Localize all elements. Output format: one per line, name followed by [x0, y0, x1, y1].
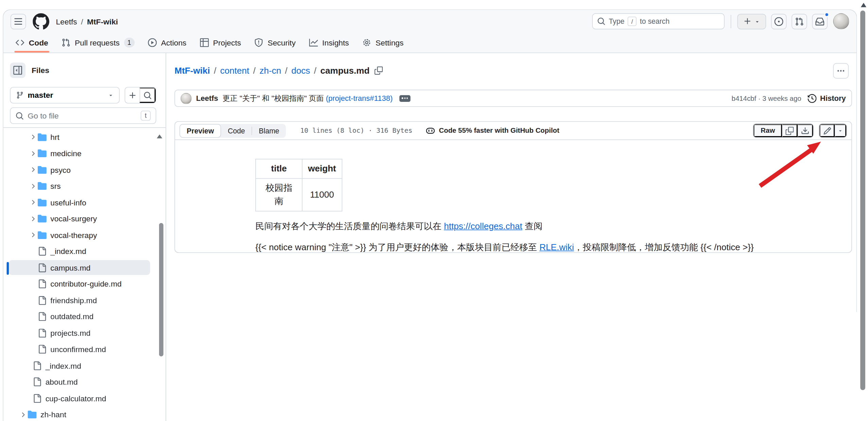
breadcrumb-repo-link[interactable]: MtF-wiki: [174, 66, 210, 75]
chevron-right-icon[interactable]: [28, 231, 38, 238]
file-icon: [38, 312, 47, 321]
breadcrumb-dir-link[interactable]: zh-cn: [259, 66, 281, 75]
colleges-chat-link[interactable]: https://colleges.chat: [444, 221, 522, 231]
commit-pr-link[interactable]: (project-trans#1138): [326, 94, 393, 102]
window-scrollbar[interactable]: [858, 0, 868, 421]
breadcrumb-separator: /: [210, 66, 220, 75]
copy-icon: [785, 126, 794, 134]
commit-message[interactable]: 更正 "关于" 和 "校园指南" 页面 (project-trans#1138): [223, 93, 393, 103]
tree-item-psyco[interactable]: psyco: [3, 162, 166, 179]
raw-button[interactable]: Raw: [753, 124, 782, 137]
chevron-right-icon[interactable]: [28, 166, 38, 173]
sidebar-scroll-up-arrow[interactable]: [157, 134, 162, 138]
tree-item-outdated.md[interactable]: outdated.md: [3, 309, 166, 325]
new-file-button[interactable]: [125, 88, 139, 103]
tab-label: Insights: [322, 38, 349, 47]
edit-dropdown-button[interactable]: [835, 124, 846, 137]
chevron-right-icon[interactable]: [18, 411, 28, 418]
tree-item-hrt[interactable]: hrt: [3, 129, 166, 146]
hamburger-menu-button[interactable]: [11, 14, 26, 29]
search-icon: [597, 17, 605, 25]
download-button[interactable]: [798, 124, 813, 137]
commit-message-text: 更正 "关于" 和 "校园指南" 页面: [223, 94, 326, 102]
tree-item-_index.md[interactable]: _index.md: [3, 244, 166, 260]
breadcrumb-dir-link[interactable]: content: [220, 66, 249, 75]
tab-preview[interactable]: Preview: [179, 124, 221, 138]
tree-item-unconfirmed.md[interactable]: unconfirmed.md: [3, 342, 166, 358]
tree-item-medicine[interactable]: medicine: [3, 146, 166, 162]
pull-requests-button[interactable]: [792, 14, 807, 29]
branch-selector[interactable]: master: [10, 87, 120, 104]
tree-item-campus.md[interactable]: campus.md: [3, 260, 166, 276]
file-icon: [38, 247, 47, 256]
tree-item-cup-calculator.md[interactable]: cup-calculator.md: [3, 391, 166, 407]
folder-icon: [38, 214, 47, 223]
tree-item-label: contributor-guide.md: [50, 279, 121, 288]
tab-blame[interactable]: Blame: [252, 124, 286, 138]
tree-item-label: outdated.md: [50, 312, 93, 321]
breadcrumb-dir-link[interactable]: docs: [291, 66, 310, 75]
file-toolbar: Preview Code Blame 10 lines (8 loc) · 31…: [175, 122, 851, 140]
scrollbar-thumb[interactable]: [860, 11, 865, 390]
tree-item-useful-info[interactable]: useful-info: [3, 195, 166, 211]
tab-actions[interactable]: Actions: [142, 33, 192, 53]
chevron-right-icon[interactable]: [28, 150, 38, 157]
tab-insights[interactable]: Insights: [303, 33, 354, 53]
copilot-promo[interactable]: Code 55% faster with GitHub Copilot: [426, 126, 559, 135]
github-logo-icon[interactable]: [33, 13, 49, 30]
hamburger-icon: [14, 17, 23, 26]
tree-item-label: zh-hant: [40, 410, 66, 419]
copy-raw-button[interactable]: [782, 124, 798, 137]
more-options-button[interactable]: [833, 63, 849, 78]
commit-author-avatar[interactable]: [180, 93, 192, 104]
go-to-file-placeholder: Go to file: [28, 111, 137, 120]
context-owner-link[interactable]: Leetfs: [56, 17, 77, 26]
collapse-sidebar-button[interactable]: [10, 62, 25, 78]
chevron-right-icon[interactable]: [28, 215, 38, 222]
paragraph-text: 查阅: [522, 221, 542, 231]
tree-item-friendship.md[interactable]: friendship.md: [3, 293, 166, 309]
edit-file-button[interactable]: [819, 124, 835, 137]
tab-settings[interactable]: Settings: [357, 33, 409, 53]
tree-item-contributor-guide.md[interactable]: contributor-guide.md: [3, 276, 166, 293]
issues-button[interactable]: [771, 14, 787, 29]
commit-author[interactable]: Leetfs: [196, 94, 218, 102]
tab-code[interactable]: Code: [221, 124, 252, 138]
tab-pull-requests[interactable]: Pull requests1: [56, 33, 140, 53]
tree-item-about.md[interactable]: about.md: [3, 374, 166, 391]
copy-path-button[interactable]: [375, 67, 383, 75]
global-search-input[interactable]: Type / to search: [592, 13, 725, 29]
tree-item-_index.md[interactable]: _index.md: [3, 358, 166, 374]
file-icon: [38, 296, 47, 305]
tree-item-zh-hant[interactable]: zh-hant: [3, 407, 166, 421]
tree-item-vocal-surgery[interactable]: vocal-surgery: [3, 211, 166, 227]
copy-icon: [375, 67, 383, 75]
breadcrumb-separator: /: [249, 66, 259, 75]
tab-projects[interactable]: Projects: [194, 33, 246, 53]
sidebar-collapse-icon: [13, 66, 22, 75]
commit-details-ellipsis-button[interactable]: [399, 95, 411, 102]
tab-code[interactable]: Code: [10, 33, 54, 53]
pencil-icon: [823, 126, 831, 134]
search-tree-button[interactable]: [140, 88, 156, 103]
user-avatar[interactable]: [833, 13, 849, 29]
chevron-right-icon[interactable]: [28, 182, 38, 189]
breadcrumb-current-file: campus.md: [320, 66, 369, 75]
scrollbar-up-arrow-icon[interactable]: [861, 3, 866, 7]
tree-item-srs[interactable]: srs: [3, 179, 166, 195]
global-header: Leetfs / MtF-wiki Type / to search: [3, 10, 856, 33]
rle-wiki-link[interactable]: RLE.wiki: [539, 242, 574, 252]
chevron-right-icon[interactable]: [28, 199, 38, 206]
chevron-right-icon[interactable]: [28, 133, 38, 141]
kebab-horizontal-icon: [836, 66, 845, 75]
create-new-button[interactable]: [737, 14, 766, 29]
go-to-file-input[interactable]: Go to file t: [10, 107, 156, 124]
tree-item-label: about.md: [46, 378, 78, 386]
commit-sha-and-time[interactable]: b414cbf · 3 weeks ago: [732, 94, 801, 102]
tab-security[interactable]: Security: [249, 33, 301, 53]
history-button[interactable]: History: [808, 94, 846, 103]
context-repo-link[interactable]: MtF-wiki: [87, 17, 118, 26]
tree-item-vocal-therapy[interactable]: vocal-therapy: [3, 227, 166, 244]
sidebar-scrollbar-thumb[interactable]: [159, 223, 163, 356]
tree-item-projects.md[interactable]: projects.md: [3, 325, 166, 342]
